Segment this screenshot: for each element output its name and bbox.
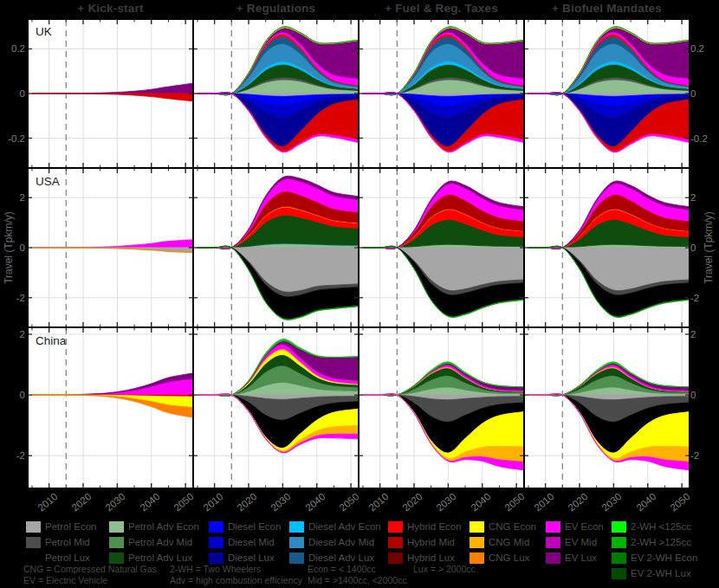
region-label-china: China	[36, 334, 66, 347]
legend-swatch	[470, 552, 484, 564]
legend-label: EV Econ	[565, 521, 604, 533]
footnote-text: Adv = high combustion efficiency	[170, 575, 302, 586]
x-tick-label: 2050	[492, 491, 527, 522]
legend-swatch	[109, 521, 124, 533]
legend-label: Petrol Adv Mid	[128, 537, 192, 548]
legend-label: 2-WH >125cc	[631, 537, 691, 548]
legend-label: Diesel Adv Econ	[308, 521, 381, 533]
legend-label: Petrol Econ	[45, 521, 96, 533]
panel-china-biofuel-mandates	[525, 328, 689, 488]
region-label-uk: UK	[36, 25, 52, 38]
x-tick-label: 2010	[24, 491, 59, 522]
legend-swatch	[289, 537, 304, 548]
footnote-text: Lux = > 2000cc	[413, 564, 476, 575]
x-tick-label: 2040	[624, 491, 658, 522]
legend-swatch	[546, 521, 560, 533]
panel-china-fuel-reg-taxes	[360, 328, 523, 488]
legend-label: Petrol Lux	[45, 552, 90, 564]
panel-usa-kick-start	[29, 169, 192, 326]
legend-swatch	[612, 552, 626, 564]
legend-label: Diesel Mid	[228, 537, 275, 548]
legend-label: Hybrid Mid	[407, 537, 455, 548]
region-label-usa: USA	[36, 175, 60, 188]
legend-swatch	[209, 537, 223, 548]
legend-label: CNG Mid	[489, 537, 529, 548]
panel-uk-fuel-reg-taxes	[360, 20, 523, 167]
x-tick-label: 2030	[258, 491, 293, 522]
y-tick-label-usa-right: -2	[690, 292, 718, 304]
legend-swatch	[289, 521, 304, 533]
footnote-text: Mid = >1400cc, <2000cc	[308, 575, 407, 586]
legend-label: CNG Lux	[489, 552, 529, 564]
legend-label: Diesel Econ	[228, 521, 281, 533]
panel-usa-fuel-reg-taxes	[360, 169, 523, 326]
legend-swatch	[388, 552, 403, 564]
legend-swatch	[109, 552, 124, 564]
x-tick-label: 2030	[424, 491, 458, 522]
legend-label: Diesel Adv Lux	[308, 552, 374, 564]
legend-swatch	[109, 537, 124, 548]
x-tick-label: 2050	[161, 491, 196, 522]
legend-label: Petrol Adv Econ	[128, 521, 199, 533]
x-tick-label: 2020	[555, 491, 590, 522]
legend-label: CNG Econ	[489, 521, 536, 533]
x-tick-label: 2050	[657, 491, 692, 522]
y-tick-label-china-right: 0	[690, 389, 718, 401]
legend-label: Hybrid Econ	[407, 521, 462, 533]
y-tick-label-uk-right: 0.2	[690, 42, 718, 55]
legend-swatch	[470, 537, 484, 548]
y-tick-label-usa-left: -2	[0, 292, 25, 304]
x-tick-label: 2010	[521, 491, 555, 522]
footnote-text: 2-WH = Two Wheelers	[170, 564, 261, 575]
y-tick-label-china-right: -2	[690, 449, 718, 462]
panel-uk-kick-start	[29, 20, 192, 167]
x-tick-label: 2020	[224, 491, 259, 522]
legend-swatch	[388, 521, 403, 533]
y-tick-label-usa-right: 2	[690, 191, 718, 204]
scenario-title-biofuel-mandates: + Biofuel Mandates	[525, 2, 689, 15]
scenario-title-kick-start: + Kick-start	[29, 2, 192, 15]
y-tick-label-china-left: 0	[0, 389, 25, 401]
legend-swatch	[612, 568, 626, 579]
panel-usa-biofuel-mandates	[525, 169, 689, 326]
legend-swatch	[546, 537, 560, 548]
figure-root: + Kick-start + Regulations + Fuel & Reg.…	[0, 0, 719, 588]
panel-usa-regulations	[194, 169, 358, 326]
footnote-text: EV = Electric Vehicle	[23, 575, 107, 586]
y-tick-label-uk-left: -0.2	[0, 132, 25, 145]
scenario-title-regulations: + Regulations	[194, 2, 358, 15]
panel-uk-regulations	[194, 20, 358, 167]
legend-swatch	[612, 537, 626, 548]
x-tick-label: 2030	[589, 491, 624, 522]
legend-swatch	[26, 521, 41, 533]
panel-china-kick-start	[29, 328, 192, 488]
legend-swatch	[470, 521, 484, 533]
legend-swatch	[209, 552, 223, 564]
legend-label: EV Lux	[565, 552, 597, 564]
legend-label: Diesel Adv Mid	[308, 537, 374, 548]
legend-label: EV 2-WH Lux	[631, 568, 691, 579]
x-tick-label: 2020	[59, 491, 94, 522]
panel-china-regulations	[194, 328, 358, 488]
y-tick-label-china-right: 2	[690, 328, 718, 340]
x-tick-label: 2050	[327, 491, 361, 522]
legend-swatch	[612, 521, 626, 533]
legend-label: Diesel Lux	[228, 552, 275, 564]
footnote-text: Econ = < 1400cc	[308, 564, 376, 575]
panel-uk-biofuel-mandates	[525, 20, 689, 167]
legend-swatch	[26, 537, 41, 548]
x-tick-label: 2040	[127, 491, 162, 522]
legend-label: EV Mid	[565, 537, 597, 548]
legend-swatch	[26, 552, 41, 564]
y-tick-label-usa-right: 0	[690, 242, 718, 254]
legend-swatch	[209, 521, 223, 533]
y-tick-label-china-left: 2	[0, 328, 25, 340]
y-tick-label-uk-left: 0.2	[0, 42, 25, 55]
footnote-text: CNG = Compressed Natural Gas	[23, 564, 157, 575]
legend-swatch	[289, 552, 304, 564]
y-tick-label-uk-right: 0	[690, 87, 718, 100]
legend-label: Petrol Mid	[45, 537, 90, 548]
x-tick-label: 2010	[190, 491, 224, 522]
legend-swatch	[546, 552, 560, 564]
y-tick-label-china-left: -2	[0, 449, 25, 462]
